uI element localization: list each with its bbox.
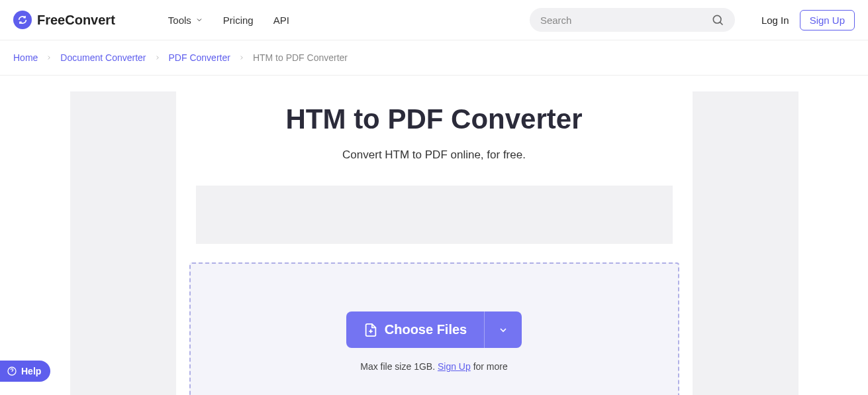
breadcrumb-home[interactable]: Home: [13, 52, 38, 63]
chevron-right-icon: [154, 54, 161, 61]
help-widget[interactable]: Help: [0, 361, 50, 382]
chevron-right-icon: [46, 54, 52, 61]
nav-api-label: API: [273, 15, 289, 26]
ad-left: [70, 91, 176, 395]
search-input[interactable]: [540, 15, 711, 26]
ad-middle: [196, 186, 673, 244]
signup-link-inline[interactable]: Sign Up: [438, 361, 471, 372]
chevron-down-icon: [498, 325, 508, 335]
choose-files-dropdown[interactable]: [484, 311, 522, 348]
breadcrumb-current: HTM to PDF Converter: [253, 52, 348, 63]
max-file-prefix: Max file size 1GB.: [360, 361, 438, 372]
chevron-down-icon: [195, 16, 203, 24]
file-add-icon: [363, 323, 378, 337]
choose-files-label: Choose Files: [385, 322, 467, 337]
breadcrumb-doc-converter[interactable]: Document Converter: [60, 52, 146, 63]
logo[interactable]: FreeConvert: [13, 11, 115, 29]
nav-tools[interactable]: Tools: [168, 15, 203, 26]
logo-icon: [13, 11, 32, 29]
choose-files-group: Choose Files: [346, 311, 522, 348]
search-icon[interactable]: [711, 13, 724, 27]
ad-right: [693, 91, 798, 395]
max-file-line: Max file size 1GB. Sign Up for more: [360, 361, 508, 372]
breadcrumb-pdf-converter[interactable]: PDF Converter: [169, 52, 230, 63]
main: HTM to PDF Converter Convert HTM to PDF …: [0, 76, 868, 395]
breadcrumb: Home Document Converter PDF Converter HT…: [0, 40, 868, 76]
max-file-suffix: for more: [471, 361, 508, 372]
auth: Log In Sign Up: [761, 10, 855, 30]
help-icon: [7, 366, 17, 376]
nav-pricing-label: Pricing: [223, 15, 254, 26]
content: HTM to PDF Converter Convert HTM to PDF …: [189, 91, 679, 395]
help-label: Help: [21, 366, 41, 376]
page-subtitle: Convert HTM to PDF online, for free.: [189, 148, 679, 162]
nav-pricing[interactable]: Pricing: [223, 15, 254, 26]
nav-api[interactable]: API: [273, 15, 289, 26]
login-link[interactable]: Log In: [761, 15, 789, 26]
nav-tools-label: Tools: [168, 15, 191, 26]
page-title: HTM to PDF Converter: [189, 103, 679, 135]
dropzone[interactable]: Choose Files Max file size 1GB. Sign Up …: [189, 262, 679, 395]
logo-text: FreeConvert: [37, 13, 115, 28]
nav: Tools Pricing API: [168, 15, 289, 26]
choose-files-button[interactable]: Choose Files: [346, 311, 484, 348]
chevron-right-icon: [238, 54, 245, 61]
svg-point-0: [713, 15, 721, 23]
search-box[interactable]: [530, 8, 735, 32]
signup-button[interactable]: Sign Up: [800, 10, 855, 30]
header: FreeConvert Tools Pricing API Log In Sig…: [0, 0, 868, 40]
